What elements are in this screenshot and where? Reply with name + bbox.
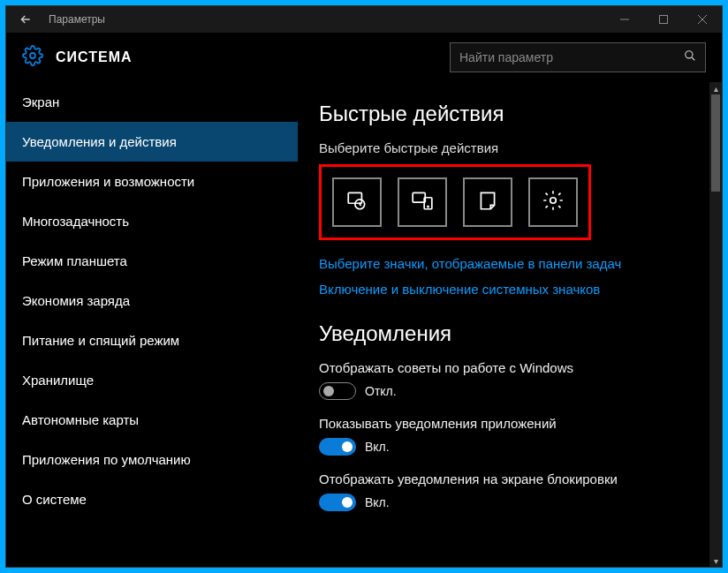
svg-point-7 (428, 206, 428, 207)
quick-action-settings[interactable] (528, 177, 578, 227)
titlebar: Параметры (6, 6, 722, 33)
content: Быстрые действия Выберите быстрые действ… (298, 82, 722, 567)
setting-label: Показывать уведомления приложений (319, 416, 701, 431)
settings-window: Параметры СИСТЕМА ЭкранУведомления и дей… (5, 5, 723, 568)
quick-action-connect[interactable] (398, 177, 447, 227)
connect-icon (411, 189, 434, 215)
sidebar: ЭкранУведомления и действияПриложения и … (6, 82, 298, 567)
system-icons-link[interactable]: Включение и выключение системных значков (319, 282, 701, 297)
gear-icon (22, 45, 43, 70)
svg-rect-5 (413, 192, 425, 202)
search-box[interactable] (450, 42, 706, 72)
sidebar-item-3[interactable]: Многозадачность (6, 201, 298, 241)
toggle-state: Вкл. (365, 440, 390, 454)
maximize-button[interactable] (644, 6, 683, 33)
scroll-thumb[interactable] (711, 94, 720, 192)
toggle-switch[interactable] (319, 494, 356, 511)
setting-label: Отображать уведомления на экране блокиро… (319, 471, 701, 486)
close-button[interactable] (683, 6, 722, 33)
sidebar-item-2[interactable]: Приложения и возможности (6, 162, 298, 201)
svg-rect-0 (660, 16, 668, 24)
quick-actions-sub: Выберите быстрые действия (319, 140, 701, 155)
search-icon (684, 49, 696, 65)
scroll-up-arrow[interactable]: ▴ (709, 82, 722, 94)
sidebar-item-9[interactable]: Приложения по умолчанию (6, 440, 298, 479)
svg-point-2 (686, 51, 693, 58)
window-controls (605, 6, 722, 33)
settings-icon (542, 189, 565, 215)
toggle-switch[interactable] (319, 438, 356, 456)
notification-setting-1: Показывать уведомления приложенийВкл. (319, 416, 701, 456)
notification-setting-0: Отображать советы по работе с WindowsОтк… (319, 360, 701, 400)
sidebar-item-8[interactable]: Автономные карты (6, 400, 298, 440)
setting-label: Отображать советы по работе с Windows (319, 360, 701, 375)
back-button[interactable] (6, 6, 45, 33)
svg-point-8 (550, 198, 557, 204)
sidebar-item-4[interactable]: Режим планшета (6, 241, 298, 281)
svg-point-1 (30, 53, 35, 58)
sidebar-item-6[interactable]: Питание и спящий режим (6, 320, 298, 360)
notifications-heading: Уведомления (319, 321, 701, 346)
window-title: Параметры (45, 13, 605, 26)
toggle-state: Вкл. (365, 495, 390, 509)
quick-action-tablet-mode[interactable] (332, 177, 382, 227)
toggle-switch[interactable] (319, 382, 356, 400)
notifications-section: Уведомления Отображать советы по работе … (319, 321, 701, 511)
body: ЭкранУведомления и действияПриложения и … (6, 82, 722, 567)
page-title: СИСТЕМА (56, 49, 133, 65)
taskbar-icons-link[interactable]: Выберите значки, отображаемые в панели з… (319, 256, 701, 271)
quick-actions-heading: Быстрые действия (319, 102, 701, 126)
quick-action-note[interactable] (463, 177, 512, 227)
sidebar-item-7[interactable]: Хранилище (6, 360, 298, 400)
sidebar-item-5[interactable]: Экономия заряда (6, 281, 298, 320)
search-input[interactable] (459, 50, 684, 64)
sidebar-item-10[interactable]: О системе (6, 479, 298, 519)
toggle-state: Откл. (365, 384, 397, 398)
minimize-button[interactable] (605, 6, 644, 33)
quick-actions-row (319, 164, 591, 240)
tablet-mode-icon (345, 189, 368, 215)
notification-setting-2: Отображать уведомления на экране блокиро… (319, 471, 701, 511)
scrollbar[interactable]: ▴ ▾ (709, 82, 722, 567)
note-icon (476, 189, 499, 215)
header: СИСТЕМА (6, 33, 722, 82)
sidebar-item-0[interactable]: Экран (6, 82, 298, 122)
sidebar-item-1[interactable]: Уведомления и действия (6, 122, 298, 162)
scroll-down-arrow[interactable]: ▾ (709, 554, 722, 567)
